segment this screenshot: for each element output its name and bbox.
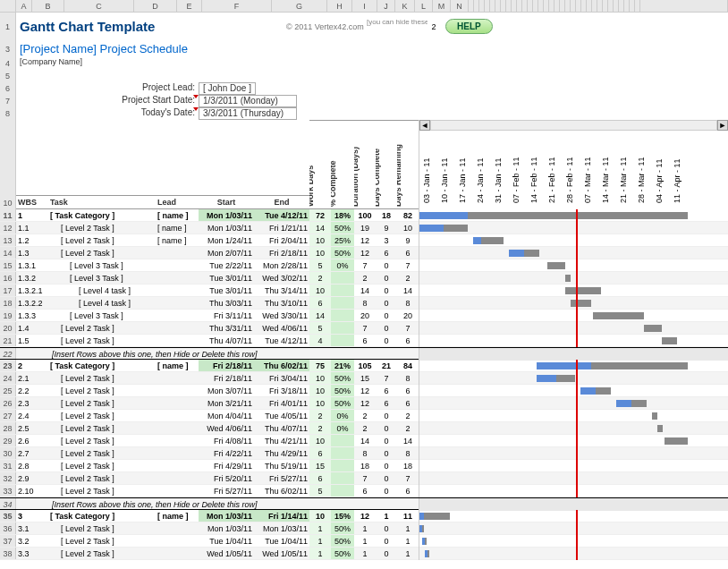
- pct-cell[interactable]: 50%: [331, 522, 354, 534]
- days-complete-cell[interactable]: 3: [376, 234, 397, 246]
- help-button[interactable]: HELP: [445, 19, 493, 34]
- start-cell[interactable]: Fri 5/27/11: [199, 485, 254, 497]
- workdays-cell[interactable]: 5: [309, 485, 331, 497]
- lead-cell[interactable]: [156, 522, 199, 534]
- days-complete-cell[interactable]: 9: [376, 222, 397, 234]
- wbs-cell[interactable]: 1.1: [16, 222, 48, 234]
- duration-cell[interactable]: 2: [354, 272, 376, 284]
- start-cell[interactable]: Fri 4/22/11: [199, 447, 254, 459]
- pct-cell[interactable]: 0%: [331, 410, 354, 421]
- task-cell[interactable]: [ Level 2 Task ]: [48, 447, 156, 459]
- duration-cell[interactable]: 18: [354, 460, 376, 471]
- days-remaining-cell[interactable]: 2: [397, 422, 419, 434]
- gantt-scroll-track[interactable]: [430, 120, 717, 131]
- wbs-cell[interactable]: 1.3: [16, 247, 48, 259]
- lead-cell[interactable]: [156, 472, 199, 484]
- wbs-cell[interactable]: 1.3.2: [16, 272, 48, 284]
- days-complete-cell[interactable]: 0: [376, 460, 397, 471]
- pct-cell[interactable]: [331, 447, 354, 459]
- start-cell[interactable]: Thu 3/31/11: [199, 322, 254, 334]
- lead-cell[interactable]: [ name ]: [156, 209, 199, 221]
- end-cell[interactable]: Wed 3/30/11: [254, 310, 309, 321]
- start-cell[interactable]: Tue 3/01/11: [199, 272, 254, 284]
- task-cell[interactable]: [ Level 2 Task ]: [48, 222, 156, 234]
- days-complete-cell[interactable]: 0: [376, 335, 397, 346]
- pct-cell[interactable]: [331, 460, 354, 471]
- days-remaining-cell[interactable]: 14: [397, 284, 419, 296]
- end-cell[interactable]: Fri 3/04/11: [254, 372, 309, 384]
- days-complete-cell[interactable]: 1: [376, 510, 397, 522]
- start-cell[interactable]: Tue 3/01/11: [199, 284, 254, 296]
- days-complete-cell[interactable]: 0: [376, 522, 397, 534]
- days-remaining-cell[interactable]: 7: [397, 322, 419, 334]
- pct-cell[interactable]: 50%: [331, 372, 354, 384]
- task-cell[interactable]: [ Level 2 Task ]: [48, 410, 156, 421]
- lead-cell[interactable]: [156, 435, 199, 446]
- days-complete-cell[interactable]: 0: [376, 435, 397, 446]
- workdays-cell[interactable]: 10: [309, 284, 331, 296]
- task-cell[interactable]: [ Level 2 Task ]: [48, 548, 156, 559]
- task-cell[interactable]: [ Task Category ]: [48, 360, 156, 371]
- end-cell[interactable]: Mon 2/28/11: [254, 259, 309, 271]
- days-complete-cell[interactable]: 6: [376, 247, 397, 259]
- start-cell[interactable]: Tue 1/04/11: [199, 535, 254, 547]
- lead-cell[interactable]: [ name ]: [156, 234, 199, 246]
- duration-cell[interactable]: 2: [354, 410, 376, 421]
- today-date-value[interactable]: 3/3/2011 (Thursday): [199, 107, 297, 120]
- duration-cell[interactable]: 6: [354, 335, 376, 346]
- lead-cell[interactable]: [ name ]: [156, 360, 199, 371]
- days-complete-cell[interactable]: 0: [376, 297, 397, 309]
- project-lead-value[interactable]: [ John Doe ]: [199, 82, 256, 95]
- days-complete-cell[interactable]: 0: [376, 447, 397, 459]
- task-cell[interactable]: [ Level 2 Task ]: [48, 335, 156, 346]
- duration-cell[interactable]: 14: [354, 435, 376, 446]
- lead-cell[interactable]: [156, 297, 199, 309]
- days-remaining-cell[interactable]: 8: [397, 372, 419, 384]
- wbs-cell[interactable]: 1.3.2.2: [16, 297, 48, 309]
- days-remaining-cell[interactable]: 6: [397, 397, 419, 409]
- workdays-cell[interactable]: 1: [309, 548, 331, 559]
- end-cell[interactable]: Fri 5/27/11: [254, 472, 309, 484]
- end-cell[interactable]: Fri 3/18/11: [254, 385, 309, 396]
- duration-cell[interactable]: 12: [354, 385, 376, 396]
- end-cell[interactable]: Thu 6/02/11: [254, 360, 309, 371]
- days-complete-cell[interactable]: 0: [376, 310, 397, 321]
- pct-cell[interactable]: 50%: [331, 247, 354, 259]
- duration-cell[interactable]: 2: [354, 422, 376, 434]
- wbs-cell[interactable]: 1: [16, 209, 48, 221]
- task-cell[interactable]: [ Level 2 Task ]: [48, 372, 156, 384]
- wbs-cell[interactable]: 3.3: [16, 548, 48, 559]
- days-remaining-cell[interactable]: 14: [397, 435, 419, 446]
- workdays-cell[interactable]: 10: [309, 435, 331, 446]
- duration-cell[interactable]: 20: [354, 310, 376, 321]
- days-remaining-cell[interactable]: 7: [397, 472, 419, 484]
- days-remaining-cell[interactable]: 6: [397, 385, 419, 396]
- task-cell[interactable]: [ Level 2 Task ]: [48, 485, 156, 497]
- start-cell[interactable]: Fri 3/11/11: [199, 310, 254, 321]
- lead-cell[interactable]: [156, 372, 199, 384]
- lead-cell[interactable]: [156, 322, 199, 334]
- wbs-cell[interactable]: 2.7: [16, 447, 48, 459]
- lead-cell[interactable]: [156, 460, 199, 471]
- lead-cell[interactable]: [156, 385, 199, 396]
- days-remaining-cell[interactable]: 11: [397, 510, 419, 522]
- duration-cell[interactable]: 100: [354, 209, 376, 221]
- task-cell[interactable]: [ Task Category ]: [48, 510, 156, 522]
- days-remaining-cell[interactable]: 1: [397, 535, 419, 547]
- pct-cell[interactable]: 50%: [331, 535, 354, 547]
- end-cell[interactable]: Wed 1/05/11: [254, 548, 309, 559]
- workdays-cell[interactable]: 15: [309, 460, 331, 471]
- start-cell[interactable]: Mon 1/24/11: [199, 234, 254, 246]
- workdays-cell[interactable]: 6: [309, 472, 331, 484]
- days-complete-cell[interactable]: 0: [376, 472, 397, 484]
- end-cell[interactable]: Thu 4/21/11: [254, 435, 309, 446]
- days-remaining-cell[interactable]: 9: [397, 234, 419, 246]
- days-remaining-cell[interactable]: 6: [397, 485, 419, 497]
- wbs-cell[interactable]: 3.1: [16, 522, 48, 534]
- workdays-cell[interactable]: 75: [309, 360, 331, 371]
- days-remaining-cell[interactable]: 82: [397, 209, 419, 221]
- task-cell[interactable]: [ Level 2 Task ]: [48, 435, 156, 446]
- duration-cell[interactable]: 8: [354, 447, 376, 459]
- start-cell[interactable]: Fri 2/18/11: [199, 372, 254, 384]
- days-complete-cell[interactable]: 21: [376, 360, 397, 371]
